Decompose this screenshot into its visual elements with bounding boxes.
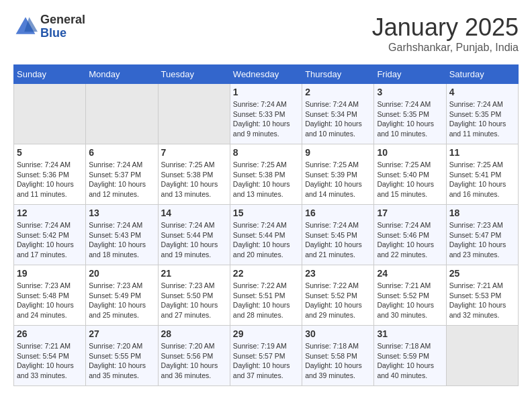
day-number: 7 xyxy=(161,147,227,158)
day-info: Sunrise: 7:23 AM Sunset: 5:50 PM Dayligh… xyxy=(161,281,227,320)
day-number: 31 xyxy=(377,328,443,339)
day-info: Sunrise: 7:18 AM Sunset: 5:59 PM Dayligh… xyxy=(377,341,443,381)
title-section: January 2025 Garhshankar, Punjab, India xyxy=(372,13,519,54)
calendar-cell xyxy=(14,84,86,144)
calendar-cell: 11Sunrise: 7:25 AM Sunset: 5:41 PM Dayli… xyxy=(446,144,518,205)
calendar-cell: 5Sunrise: 7:24 AM Sunset: 5:36 PM Daylig… xyxy=(14,144,86,205)
calendar-cell xyxy=(158,84,230,144)
day-info: Sunrise: 7:21 AM Sunset: 5:52 PM Dayligh… xyxy=(377,281,443,320)
day-info: Sunrise: 7:25 AM Sunset: 5:39 PM Dayligh… xyxy=(305,160,371,199)
day-of-week-header: Tuesday xyxy=(158,65,230,84)
calendar-week-row: 19Sunrise: 7:23 AM Sunset: 5:48 PM Dayli… xyxy=(14,265,519,326)
day-number: 19 xyxy=(17,268,83,279)
calendar-week-row: 12Sunrise: 7:24 AM Sunset: 5:42 PM Dayli… xyxy=(14,205,519,265)
calendar-table: SundayMondayTuesdayWednesdayThursdayFrid… xyxy=(13,64,519,386)
day-info: Sunrise: 7:20 AM Sunset: 5:56 PM Dayligh… xyxy=(161,341,227,381)
day-number: 17 xyxy=(377,208,443,218)
day-number: 4 xyxy=(449,87,515,97)
calendar-cell: 12Sunrise: 7:24 AM Sunset: 5:42 PM Dayli… xyxy=(14,205,86,265)
day-of-week-header: Monday xyxy=(86,65,158,84)
calendar-cell: 28Sunrise: 7:20 AM Sunset: 5:56 PM Dayli… xyxy=(158,326,230,386)
calendar-header-row: SundayMondayTuesdayWednesdayThursdayFrid… xyxy=(14,65,519,84)
calendar-cell xyxy=(86,84,158,144)
day-number: 10 xyxy=(377,147,443,158)
location: Garhshankar, Punjab, India xyxy=(372,42,519,54)
day-info: Sunrise: 7:24 AM Sunset: 5:44 PM Dayligh… xyxy=(233,220,299,260)
day-info: Sunrise: 7:24 AM Sunset: 5:45 PM Dayligh… xyxy=(305,220,371,260)
day-info: Sunrise: 7:24 AM Sunset: 5:36 PM Dayligh… xyxy=(17,160,83,199)
day-number: 30 xyxy=(305,328,371,339)
day-number: 11 xyxy=(449,147,515,158)
day-info: Sunrise: 7:24 AM Sunset: 5:35 PM Dayligh… xyxy=(377,99,443,139)
calendar-cell: 17Sunrise: 7:24 AM Sunset: 5:46 PM Dayli… xyxy=(374,205,446,265)
day-info: Sunrise: 7:24 AM Sunset: 5:33 PM Dayligh… xyxy=(233,99,299,139)
day-info: Sunrise: 7:24 AM Sunset: 5:44 PM Dayligh… xyxy=(161,220,227,260)
calendar-cell: 2Sunrise: 7:24 AM Sunset: 5:34 PM Daylig… xyxy=(302,84,374,144)
day-number: 9 xyxy=(305,147,371,158)
day-info: Sunrise: 7:21 AM Sunset: 5:53 PM Dayligh… xyxy=(449,281,515,320)
calendar-week-row: 1Sunrise: 7:24 AM Sunset: 5:33 PM Daylig… xyxy=(14,84,519,144)
calendar-cell: 30Sunrise: 7:18 AM Sunset: 5:58 PM Dayli… xyxy=(302,326,374,386)
day-number: 25 xyxy=(449,268,515,279)
day-info: Sunrise: 7:24 AM Sunset: 5:35 PM Dayligh… xyxy=(449,99,515,139)
day-info: Sunrise: 7:25 AM Sunset: 5:38 PM Dayligh… xyxy=(233,160,299,199)
day-number: 2 xyxy=(305,87,371,97)
page-header: General Blue January 2025 Garhshankar, P… xyxy=(13,13,519,54)
day-info: Sunrise: 7:24 AM Sunset: 5:37 PM Dayligh… xyxy=(89,160,154,199)
day-number: 18 xyxy=(449,208,515,218)
calendar-cell: 20Sunrise: 7:23 AM Sunset: 5:49 PM Dayli… xyxy=(86,265,158,326)
day-info: Sunrise: 7:23 AM Sunset: 5:47 PM Dayligh… xyxy=(449,220,515,260)
calendar-cell: 15Sunrise: 7:24 AM Sunset: 5:44 PM Dayli… xyxy=(230,205,302,265)
day-of-week-header: Thursday xyxy=(302,65,374,84)
day-info: Sunrise: 7:22 AM Sunset: 5:52 PM Dayligh… xyxy=(305,281,371,320)
calendar-cell: 14Sunrise: 7:24 AM Sunset: 5:44 PM Dayli… xyxy=(158,205,230,265)
month-title: January 2025 xyxy=(372,13,519,42)
day-info: Sunrise: 7:24 AM Sunset: 5:43 PM Dayligh… xyxy=(89,220,154,260)
day-info: Sunrise: 7:25 AM Sunset: 5:38 PM Dayligh… xyxy=(161,160,227,199)
calendar-cell: 1Sunrise: 7:24 AM Sunset: 5:33 PM Daylig… xyxy=(230,84,302,144)
calendar-cell: 21Sunrise: 7:23 AM Sunset: 5:50 PM Dayli… xyxy=(158,265,230,326)
day-number: 14 xyxy=(161,208,227,218)
day-of-week-header: Friday xyxy=(374,65,446,84)
day-number: 28 xyxy=(161,328,227,339)
calendar-cell: 26Sunrise: 7:21 AM Sunset: 5:54 PM Dayli… xyxy=(14,326,86,386)
day-number: 22 xyxy=(233,268,299,279)
calendar-cell: 22Sunrise: 7:22 AM Sunset: 5:51 PM Dayli… xyxy=(230,265,302,326)
calendar-cell: 25Sunrise: 7:21 AM Sunset: 5:53 PM Dayli… xyxy=(446,265,518,326)
day-info: Sunrise: 7:19 AM Sunset: 5:57 PM Dayligh… xyxy=(233,341,299,381)
day-info: Sunrise: 7:24 AM Sunset: 5:34 PM Dayligh… xyxy=(305,99,371,139)
day-number: 27 xyxy=(89,328,154,339)
calendar-week-row: 26Sunrise: 7:21 AM Sunset: 5:54 PM Dayli… xyxy=(14,326,519,386)
calendar-cell: 7Sunrise: 7:25 AM Sunset: 5:38 PM Daylig… xyxy=(158,144,230,205)
day-number: 8 xyxy=(233,147,299,158)
day-info: Sunrise: 7:23 AM Sunset: 5:48 PM Dayligh… xyxy=(17,281,83,320)
day-info: Sunrise: 7:23 AM Sunset: 5:49 PM Dayligh… xyxy=(89,281,154,320)
day-info: Sunrise: 7:20 AM Sunset: 5:55 PM Dayligh… xyxy=(89,341,154,381)
calendar-cell: 31Sunrise: 7:18 AM Sunset: 5:59 PM Dayli… xyxy=(374,326,446,386)
calendar-cell: 24Sunrise: 7:21 AM Sunset: 5:52 PM Dayli… xyxy=(374,265,446,326)
logo-blue-text: Blue xyxy=(40,27,85,40)
day-number: 5 xyxy=(17,147,83,158)
day-number: 15 xyxy=(233,208,299,218)
calendar-cell: 18Sunrise: 7:23 AM Sunset: 5:47 PM Dayli… xyxy=(446,205,518,265)
day-number: 26 xyxy=(17,328,83,339)
day-info: Sunrise: 7:21 AM Sunset: 5:54 PM Dayligh… xyxy=(17,341,83,381)
day-number: 21 xyxy=(161,268,227,279)
calendar-cell: 8Sunrise: 7:25 AM Sunset: 5:38 PM Daylig… xyxy=(230,144,302,205)
day-info: Sunrise: 7:25 AM Sunset: 5:40 PM Dayligh… xyxy=(377,160,443,199)
day-info: Sunrise: 7:22 AM Sunset: 5:51 PM Dayligh… xyxy=(233,281,299,320)
day-of-week-header: Wednesday xyxy=(230,65,302,84)
calendar-cell: 3Sunrise: 7:24 AM Sunset: 5:35 PM Daylig… xyxy=(374,84,446,144)
calendar-cell: 16Sunrise: 7:24 AM Sunset: 5:45 PM Dayli… xyxy=(302,205,374,265)
calendar-cell: 10Sunrise: 7:25 AM Sunset: 5:40 PM Dayli… xyxy=(374,144,446,205)
day-of-week-header: Sunday xyxy=(14,65,86,84)
calendar-week-row: 5Sunrise: 7:24 AM Sunset: 5:36 PM Daylig… xyxy=(14,144,519,205)
calendar-cell xyxy=(446,326,518,386)
day-number: 24 xyxy=(377,268,443,279)
day-number: 1 xyxy=(233,87,299,97)
day-info: Sunrise: 7:18 AM Sunset: 5:58 PM Dayligh… xyxy=(305,341,371,381)
calendar-cell: 4Sunrise: 7:24 AM Sunset: 5:35 PM Daylig… xyxy=(446,84,518,144)
calendar-cell: 27Sunrise: 7:20 AM Sunset: 5:55 PM Dayli… xyxy=(86,326,158,386)
logo-general-text: General xyxy=(40,13,85,27)
day-number: 23 xyxy=(305,268,371,279)
